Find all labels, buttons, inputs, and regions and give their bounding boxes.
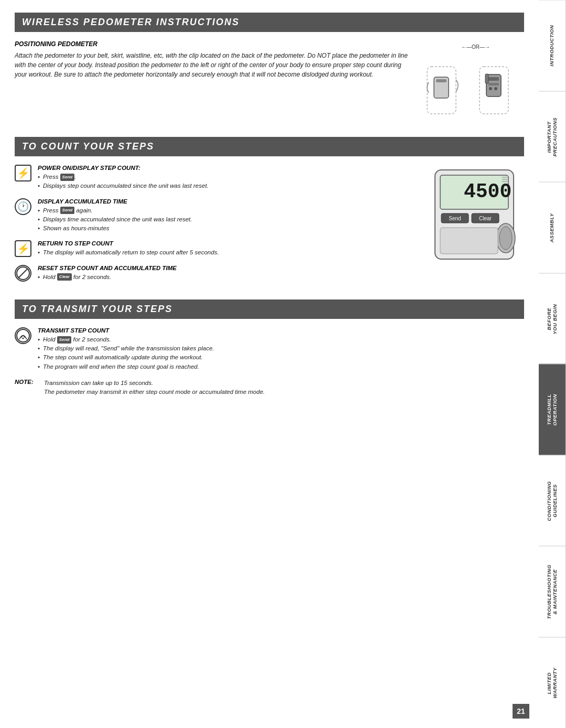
main-title: WIRELESS PEDOMETER INSTRUCTIONS: [22, 17, 517, 28]
positioning-text: POSITIONING PEDOMETER Attach the pedomet…: [15, 40, 409, 126]
transmit-step-title: TRANSMIT STEP COUNT: [38, 327, 524, 334]
note-label: NOTE:: [15, 379, 40, 385]
pedometer-diagram: ←—OR—→: [419, 40, 524, 126]
step-reset: RESET STEP COUNT AND ACCUMULATED TIME Ho…: [15, 265, 414, 282]
count-instructions: ⚡ POWER ON/DISPLAY STEP COUNT: Press Sen…: [15, 165, 414, 289]
transmit-title: TO TRANSMIT YOUR STEPS: [22, 304, 517, 315]
sidebar-tab-precautions[interactable]: IMPORTANTPRECAUTIONS: [539, 91, 566, 183]
send-badge-1: Send: [60, 174, 75, 181]
sidebar-tab-conditioning[interactable]: CONDITIONINGGUIDELINES: [539, 455, 566, 547]
step-return: ⚡ RETURN TO STEP COUNT The display will …: [15, 240, 414, 257]
reset-icon: [15, 265, 31, 282]
clock-icon: 🕐: [15, 198, 31, 215]
svg-point-27: [23, 337, 24, 339]
svg-point-8: [489, 87, 492, 90]
positioning-svg: ←—OR—→: [419, 40, 524, 124]
send-badge-3: Send: [57, 336, 72, 344]
bullet-item: The display will read, "Send" while the …: [38, 344, 524, 353]
display-time-content: DISPLAY ACCUMULATED TIME Press Send agai…: [38, 198, 414, 233]
bullet-item: Shown as hours-minutes: [38, 224, 414, 233]
sidebar-tab-assembly[interactable]: ASSEMBLY: [539, 182, 566, 273]
send-badge-2: Send: [60, 207, 75, 214]
sidebar-tab-treadmill[interactable]: TREADMILLOPERATION: [539, 364, 566, 455]
bullet-item: Hold Clear for 2 seconds.: [38, 273, 414, 282]
svg-rect-6: [488, 77, 499, 81]
bullet-item: Press Send again.: [38, 206, 414, 215]
step-power-on: ⚡ POWER ON/DISPLAY STEP COUNT: Press Sen…: [15, 165, 414, 191]
count-section: TO COUNT YOUR STEPS ⚡ POWER ON/DISPLAY S…: [15, 137, 524, 289]
bullet-item: The program will end when the step count…: [38, 362, 524, 371]
power-on-content: POWER ON/DISPLAY STEP COUNT: Press Send.…: [38, 165, 414, 191]
bullet-item: Press Send.: [38, 173, 414, 181]
sidebar: INTRODUCTION IMPORTANTPRECAUTIONS ASSEMB…: [539, 0, 566, 728]
sidebar-tab-introduction[interactable]: INTRODUCTION: [539, 0, 566, 91]
svg-text:4500: 4500: [464, 180, 511, 203]
note-block: NOTE: Transmission can take up to 15 sec…: [15, 379, 524, 397]
bullet-item: The step count will automatically update…: [38, 353, 524, 362]
svg-rect-25: [440, 228, 498, 254]
clear-badge-1: Clear: [57, 273, 72, 281]
count-inner: ⚡ POWER ON/DISPLAY STEP COUNT: Press Sen…: [15, 165, 524, 289]
svg-point-9: [494, 87, 497, 90]
positioning-section: POSITIONING PEDOMETER Attach the pedomet…: [15, 40, 524, 126]
return-title: RETURN TO STEP COUNT: [38, 240, 414, 247]
transmit-icon: [15, 327, 31, 344]
transmit-bullets: Hold Send for 2 seconds. The display wil…: [38, 335, 524, 371]
sidebar-tab-troubleshooting[interactable]: TROUBLESHOOTING& MAINTENANCE: [539, 546, 566, 637]
return-bullets: The display will automatically return to…: [38, 248, 414, 257]
step-display-time: 🕐 DISPLAY ACCUMULATED TIME Press Send ag…: [15, 198, 414, 233]
reset-content: RESET STEP COUNT AND ACCUMULATED TIME Ho…: [38, 265, 414, 282]
transmit-content: TRANSMIT STEP COUNT Hold Send for 2 seco…: [38, 327, 524, 371]
transmit-header: TO TRANSMIT YOUR STEPS: [15, 299, 524, 319]
power-on-bullets: Press Send. Displays step count accumula…: [38, 173, 414, 191]
return-content: RETURN TO STEP COUNT The display will au…: [38, 240, 414, 257]
reset-title: RESET STEP COUNT AND ACCUMULATED TIME: [38, 265, 414, 271]
svg-rect-10: [485, 74, 488, 83]
note-line-2: The pedometer may transmit in either ste…: [44, 388, 265, 397]
return-icon: ⚡: [15, 240, 31, 257]
main-header: WIRELESS PEDOMETER INSTRUCTIONS: [15, 13, 524, 32]
sidebar-tab-warranty[interactable]: LIMITEDWARRANTY: [539, 637, 566, 729]
svg-text:←—OR—→: ←—OR—→: [461, 44, 490, 50]
note-line-1: Transmission can take up to 15 seconds.: [44, 379, 265, 388]
device-diagram: 4500 Send Clear: [424, 165, 524, 289]
display-time-bullets: Press Send again. Displays time accumula…: [38, 206, 414, 233]
svg-text:Clear: Clear: [479, 216, 492, 221]
positioning-title: POSITIONING PEDOMETER: [15, 40, 409, 48]
sidebar-tab-before[interactable]: BEFOREYOU BEGIN: [539, 273, 566, 365]
power-on-title: POWER ON/DISPLAY STEP COUNT:: [38, 165, 414, 171]
note-text: Transmission can take up to 15 seconds. …: [44, 379, 265, 397]
power-icon: ⚡: [15, 165, 31, 181]
svg-line-12: [18, 269, 28, 278]
device-svg: 4500 Send Clear: [424, 165, 524, 270]
display-time-title: DISPLAY ACCUMULATED TIME: [38, 198, 414, 205]
transmit-section: TO TRANSMIT YOUR STEPS TRANSMIT STEP COU…: [15, 299, 524, 397]
count-title: TO COUNT YOUR STEPS: [22, 141, 517, 152]
svg-point-24: [499, 227, 512, 250]
bullet-item: The display will automatically return to…: [38, 248, 414, 257]
bullet-item: Hold Send for 2 seconds.: [38, 335, 524, 344]
reset-bullets: Hold Clear for 2 seconds.: [38, 273, 414, 282]
bullet-item: Displays step count accumulated since th…: [38, 181, 414, 190]
page-number: 21: [513, 704, 529, 719]
svg-text:Send: Send: [449, 216, 461, 221]
svg-rect-3: [436, 79, 447, 82]
positioning-body: Attach the pedometer to your belt, skirt…: [15, 51, 409, 79]
main-content: WIRELESS PEDOMETER INSTRUCTIONS POSITION…: [0, 0, 539, 728]
step-transmit: TRANSMIT STEP COUNT Hold Send for 2 seco…: [15, 327, 524, 371]
svg-rect-7: [488, 83, 499, 85]
bullet-item: Displays time accumulated since the unit…: [38, 215, 414, 224]
count-header: TO COUNT YOUR STEPS: [15, 137, 524, 156]
